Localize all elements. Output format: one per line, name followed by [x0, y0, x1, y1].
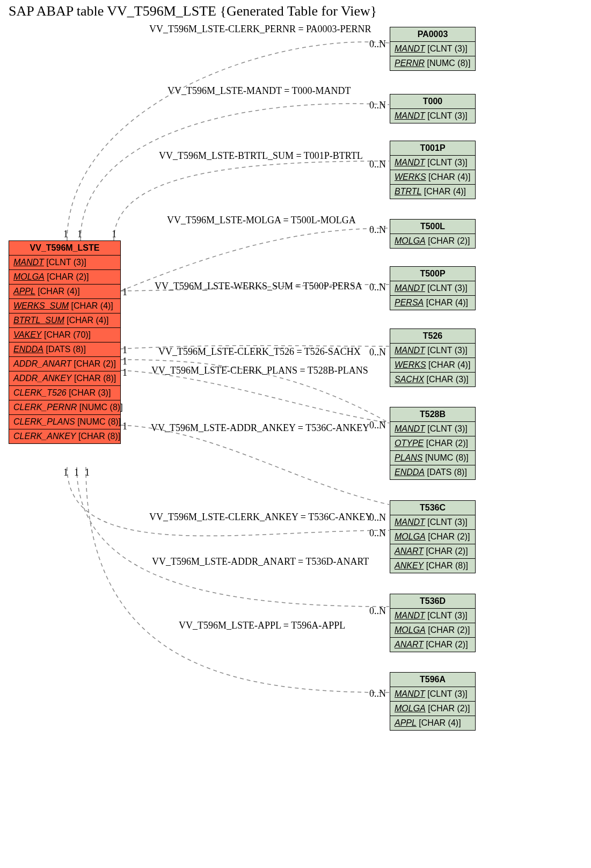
entity-T500L: T500LMOLGA [CHAR (2)] [390, 219, 476, 249]
entity-field: ANART [CHAR (2)] [390, 638, 475, 652]
entity-name: T536D [390, 594, 475, 609]
entity-T536C: T536CMANDT [CLNT (3)]MOLGA [CHAR (2)]ANA… [390, 500, 476, 573]
entity-field: MOLGA [CHAR (2)] [390, 702, 475, 716]
main-entity-name: VV_T596M_LSTE [9, 241, 120, 256]
entity-field: MANDT [CLNT (3)] [9, 256, 120, 270]
entity-field: MANDT [CLNT (3)] [390, 687, 475, 702]
entity-T000: T000MANDT [CLNT (3)] [390, 94, 476, 123]
entity-name: T001P [390, 141, 475, 156]
entity-field: ADDR_ANART [CHAR (2)] [9, 357, 120, 371]
link-label: VV_T596M_LSTE-CLERK_ANKEY = T536C-ANKEY [149, 512, 372, 523]
entity-field: PLANS [NUMC (8)] [390, 451, 475, 465]
link-label: VV_T596M_LSTE-BTRTL_SUM = T001P-BTRTL [159, 150, 363, 162]
entity-field: MANDT [CLNT (3)] [390, 281, 475, 296]
entity-field: MANDT [CLNT (3)] [390, 156, 475, 170]
cardinality-one: 1 [122, 421, 127, 432]
cardinality-label: 0..N [369, 688, 386, 699]
entity-field: APPL [CHAR (4)] [390, 716, 475, 730]
entity-T001P: T001PMANDT [CLNT (3)]WERKS [CHAR (4)]BTR… [390, 141, 476, 199]
cardinality-one: 1 [77, 229, 82, 240]
cardinality-one: 1 [63, 229, 68, 240]
link-label: VV_T596M_LSTE-ADDR_ANKEY = T536C-ANKEY [151, 422, 369, 434]
main-entity: VV_T596M_LSTE MANDT [CLNT (3)]MOLGA [CHA… [9, 240, 121, 444]
entity-field: OTYPE [CHAR (2)] [390, 436, 475, 451]
cardinality-one: 1 [63, 467, 68, 478]
cardinality-one: 1 [85, 467, 90, 478]
entity-field: WERKS [CHAR (4)] [390, 358, 475, 373]
entity-field: CLERK_T526 [CHAR (3)] [9, 386, 120, 400]
entity-field: PERNR [NUMC (8)] [390, 56, 475, 70]
entity-T536D: T536DMANDT [CLNT (3)]MOLGA [CHAR (2)]ANA… [390, 594, 476, 652]
link-label: VV_T596M_LSTE-MANDT = T000-MANDT [167, 85, 351, 97]
entity-field: CLERK_PERNR [NUMC (8)] [9, 400, 120, 415]
entity-field: ENDDA [DATS (8)] [390, 465, 475, 479]
link-label: VV_T596M_LSTE-MOLGA = T500L-MOLGA [167, 215, 356, 226]
cardinality-one: 1 [112, 229, 116, 240]
entity-name: T000 [390, 94, 475, 109]
entity-field: MANDT [CLNT (3)] [390, 109, 475, 123]
cardinality-one: 1 [122, 356, 127, 367]
cardinality-label: 0..N [369, 159, 386, 170]
entity-name: T596A [390, 673, 475, 687]
entity-field: MANDT [CLNT (3)] [390, 422, 475, 436]
entity-field: MANDT [CLNT (3)] [390, 344, 475, 358]
cardinality-label: 0..N [369, 224, 386, 236]
entity-field: CLERK_PLANS [NUMC (8)] [9, 415, 120, 429]
entity-field: APPL [CHAR (4)] [9, 285, 120, 299]
entity-PA0003: PA0003MANDT [CLNT (3)]PERNR [NUMC (8)] [390, 27, 476, 71]
entity-field: PERSA [CHAR (4)] [390, 296, 475, 310]
entity-field: SACHX [CHAR (3)] [390, 373, 475, 386]
entity-field: MANDT [CLNT (3)] [390, 515, 475, 530]
link-label: VV_T596M_LSTE-CLERK_T526 = T526-SACHX [158, 346, 361, 358]
entity-field: MOLGA [CHAR (2)] [390, 623, 475, 638]
cardinality-one: 1 [122, 345, 127, 356]
entity-name: PA0003 [390, 27, 475, 42]
cardinality-label: 0..N [369, 528, 386, 539]
entity-field: MANDT [CLNT (3)] [390, 609, 475, 623]
cardinality-label: 0..N [369, 606, 386, 617]
entity-field: ANKEY [CHAR (8)] [390, 559, 475, 573]
entity-field: MOLGA [CHAR (2)] [9, 270, 120, 285]
entity-field: WERKS_SUM [CHAR (4)] [9, 299, 120, 313]
entity-field: MANDT [CLNT (3)] [390, 42, 475, 56]
entity-field: WERKS [CHAR (4)] [390, 170, 475, 185]
entity-field: ADDR_ANKEY [CHAR (8)] [9, 371, 120, 386]
entity-T596A: T596AMANDT [CLNT (3)]MOLGA [CHAR (2)]APP… [390, 672, 476, 731]
cardinality-one: 1 [74, 467, 79, 478]
entity-field: ANART [CHAR (2)] [390, 544, 475, 559]
link-label: VV_T596M_LSTE-WERKS_SUM = T500P-PERSA [155, 281, 362, 292]
cardinality-one: 1 [122, 367, 127, 378]
entity-name: T528B [390, 407, 475, 422]
cardinality-label: 0..N [369, 39, 386, 50]
entity-name: T500L [390, 220, 475, 234]
entity-field: BTRTL [CHAR (4)] [390, 185, 475, 199]
link-label: VV_T596M_LSTE-CLERK_PERNR = PA0003-PERNR [149, 24, 371, 35]
entity-field: VAKEY [CHAR (70)] [9, 328, 120, 342]
link-label: VV_T596M_LSTE-CLERK_PLANS = T528B-PLANS [151, 365, 368, 376]
cardinality-label: 0..N [369, 347, 386, 358]
cardinality-one: 1 [122, 287, 127, 298]
entity-field: CLERK_ANKEY [CHAR (8)] [9, 429, 120, 443]
cardinality-label: 0..N [369, 100, 386, 111]
link-label: VV_T596M_LSTE-ADDR_ANART = T536D-ANART [152, 556, 369, 567]
entity-T526: T526MANDT [CLNT (3)]WERKS [CHAR (4)]SACH… [390, 329, 476, 387]
entity-name: T500P [390, 267, 475, 281]
cardinality-label: 0..N [369, 512, 386, 523]
entity-name: T526 [390, 329, 475, 344]
entity-field: MOLGA [CHAR (2)] [390, 234, 475, 248]
entity-name: T536C [390, 501, 475, 515]
entity-T500P: T500PMANDT [CLNT (3)]PERSA [CHAR (4)] [390, 266, 476, 310]
entity-field: BTRTL_SUM [CHAR (4)] [9, 313, 120, 328]
entity-T528B: T528BMANDT [CLNT (3)]OTYPE [CHAR (2)]PLA… [390, 407, 476, 480]
link-label: VV_T596M_LSTE-APPL = T596A-APPL [179, 620, 345, 631]
entity-field: ENDDA [DATS (8)] [9, 342, 120, 357]
cardinality-label: 0..N [369, 420, 386, 431]
entity-field: MOLGA [CHAR (2)] [390, 530, 475, 544]
cardinality-label: 0..N [369, 282, 386, 293]
diagram-title: SAP ABAP table VV_T596M_LSTE {Generated … [9, 3, 377, 19]
